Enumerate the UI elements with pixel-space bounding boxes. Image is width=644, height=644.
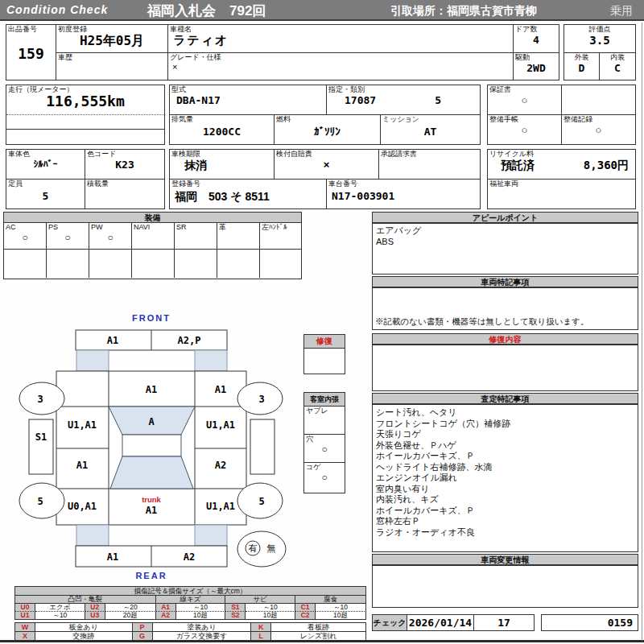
assessment-line: 室内臭い有り — [376, 484, 634, 495]
equip-cell-leather: 革 — [217, 223, 260, 250]
recycle-box: リサイクル料 預託済 8,360円 福祉車両 — [487, 149, 636, 209]
recycle-cell: リサイクル料 預託済 8,360円 — [488, 150, 635, 180]
vehicle-class: 乗用 — [610, 4, 633, 19]
displacement-label: 排気量 — [170, 115, 274, 124]
rear-bumper-right-code: A2 — [184, 551, 195, 563]
equip-cell-navi: NAVI — [132, 223, 175, 250]
equip-empty-cell — [89, 250, 132, 278]
cabin-item-hole: 穴 ○ — [304, 435, 345, 463]
chassis-no-cell: 車台番号 N17-003901 — [327, 180, 480, 208]
record-book-stamp — [237, 531, 286, 567]
legend-code: U0 — [15, 604, 35, 612]
legend-desc: 板金あり — [35, 623, 133, 632]
model-code-label: 型式 — [170, 85, 326, 94]
left-rear-fender-code: U0,A1 — [68, 501, 97, 512]
mission-cell: ミッション AT — [381, 115, 480, 144]
registration-no-cell: 登録番号 福岡 503 そ 8511 — [170, 180, 327, 208]
inspection-expiry-label: 車検期限 — [170, 150, 274, 159]
bottom-rule — [0, 640, 644, 642]
legend-desc: ～20 — [105, 604, 156, 612]
vehicle-main-box: 出品番号 159 初度登録 H25年05月 車歴 車種名 ラティオ グレード・仕… — [6, 24, 559, 80]
right-rear-fender-code: U1,A1 — [206, 501, 235, 512]
repair-detail-title: 修復内容 — [372, 333, 638, 345]
body-color-label: 車体色 — [6, 150, 85, 159]
welfare-label: 福祉車両 — [488, 180, 635, 188]
grade-label: グレード・仕様 — [168, 53, 513, 62]
right-front-fender-code: A1 — [215, 384, 226, 395]
front-bumper-left-code: A1 — [107, 335, 118, 346]
doors-label: ドア数 — [514, 25, 559, 34]
windshield-code: A — [148, 416, 155, 427]
equip-mark: ○ — [89, 232, 131, 243]
documents-box: 保証書 ○ 整備手帳 ○ 整備記録 ○ — [487, 85, 636, 145]
change-info-body — [372, 565, 638, 608]
trunk-label: trunk — [142, 495, 161, 504]
class-number: 5 — [435, 94, 441, 106]
warranty-spare-cell — [562, 85, 635, 115]
front-left-corner-shade — [76, 350, 109, 371]
interior-grade: C — [600, 62, 635, 74]
assessment-line: 窓枠左右Ｐ — [376, 516, 634, 527]
mileage-extra-row — [6, 115, 164, 130]
insurance-cell: 検付自賠責 × — [275, 150, 379, 180]
capacity-cell: 定員 5 — [6, 180, 85, 208]
rear-right-corner-shade — [195, 525, 227, 546]
front-label: FRONT — [132, 313, 171, 323]
equip-label: PW — [89, 223, 131, 232]
right-rear-door-code: A2 — [215, 460, 226, 471]
assessment-title: 査定特記事項 — [372, 393, 638, 404]
equip-label: NAVI — [132, 223, 174, 232]
approval-request-cell: 承認請求書 — [379, 150, 480, 180]
model-code-cell: 型式 DBA-N17 — [170, 85, 327, 115]
equip-label: 左ﾊﾝﾄﾞﾙ — [260, 223, 301, 232]
insurance-mark: × — [275, 159, 378, 171]
registration-no-value: 福岡 503 そ 8511 — [170, 190, 326, 204]
vehicle-notes-body: ※記載のない書類・機器等は無しとして取り扱います。 — [372, 287, 638, 330]
lot-cell: 出品番号 159 — [6, 25, 56, 80]
legend-code: P — [133, 623, 153, 632]
chassis-no-value: N17-003901 — [327, 190, 480, 202]
auction-sheet: Condition Check 福岡入札会 792回 引取場所：福岡県古賀市青柳… — [0, 0, 644, 644]
legend-category: 線キズ — [156, 596, 226, 604]
equip-cell-ps: PS ○ — [47, 223, 89, 250]
rear-left-corner-shade — [76, 525, 109, 546]
rear-right-wheel-code: 5 — [258, 496, 264, 507]
model-name-value: ラティオ — [168, 33, 513, 48]
front-bumper-right-code: A2,P — [178, 335, 201, 346]
front-left-wheel-code: 3 — [37, 394, 43, 405]
type-class-label: 指定・類別 — [327, 85, 480, 94]
legend-code: S2 — [225, 612, 246, 620]
rear-bumper-left-code: A1 — [107, 551, 118, 563]
hood-code: A1 — [146, 384, 157, 395]
color-box: 車体色 ｼﾙﾊﾞｰ 色コード K23 定員 5 積載量 — [6, 149, 165, 209]
score-cell: 評価点 3.5 — [564, 25, 635, 53]
history-label: 車歴 — [56, 53, 167, 62]
model-code-box: 型式 DBA-N17 指定・類別 17087 5 排気量 1200CC 燃料 ｶ… — [169, 85, 481, 145]
color-code-cell: 色コード K23 — [85, 150, 164, 180]
cabin-lining-title: 客室内張 — [304, 393, 345, 407]
type-number: 17087 — [345, 94, 376, 106]
legend-desc: ～10 — [176, 604, 226, 612]
assessment-body: シート汚れ、ヘタリ フロントシートコゲ（穴）補修跡 天張りコゲ 外装色褪せ、Ｐハ… — [372, 404, 638, 552]
auction-title: 福岡入札会 792回 — [147, 2, 266, 20]
check-serial-cell: 0159 — [541, 614, 638, 631]
lot-number: 159 — [6, 45, 56, 62]
left-sill-code: S1 — [35, 431, 47, 443]
doors-cell: ドア数 4 — [514, 25, 559, 53]
cabin-item-label: 穴 — [304, 435, 345, 444]
approval-request-label: 承認請求書 — [379, 150, 480, 159]
mission-label: ミッション — [381, 115, 480, 124]
equipment-title: 装備 — [3, 212, 302, 223]
displacement-value: 1200CC — [170, 126, 274, 138]
appeal-line: エアバッグ — [376, 225, 634, 237]
legend-desc: ～10 — [35, 612, 85, 620]
fuel-value: ｶﾞｿﾘﾝ — [275, 126, 380, 138]
mission-value: AT — [381, 126, 480, 138]
equip-mark: ○ — [47, 232, 89, 243]
repair-flag-box: 修復 — [303, 334, 345, 374]
rear-label: REAR — [135, 571, 167, 580]
inspection-expiry-value: 抹消 — [170, 159, 274, 173]
equip-label: AC — [4, 223, 46, 232]
legend-desc: 看板跡 — [271, 623, 366, 632]
load-cell: 積載量 — [85, 180, 164, 208]
